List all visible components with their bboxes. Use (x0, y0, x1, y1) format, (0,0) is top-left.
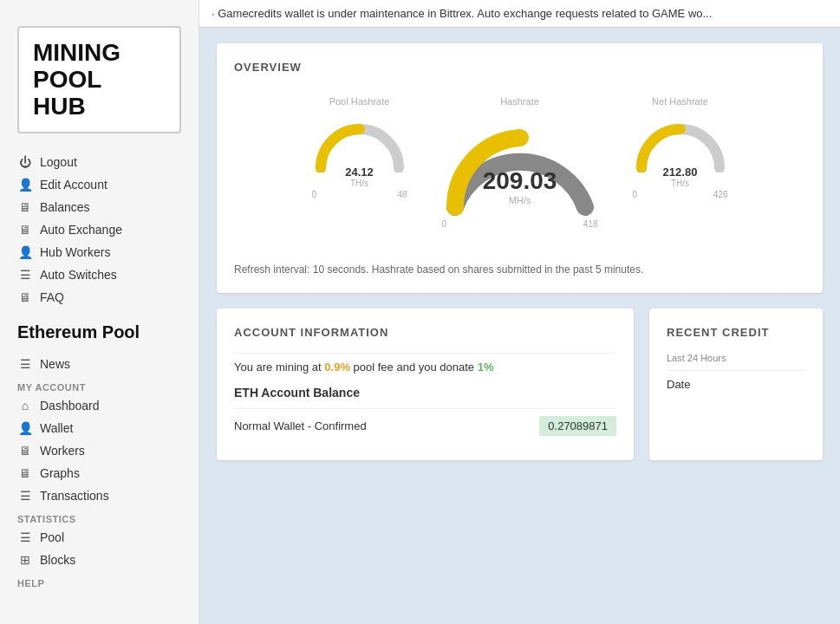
gauges-row: Pool Hashrate 24.12 TH/s (234, 88, 805, 237)
sidebar-item-graphs[interactable]: 🖥 Graphs (9, 462, 199, 484)
sidebar-item-logout[interactable]: ⏻ Logout (9, 151, 199, 173)
statistics-section-label: STATISTICS (0, 507, 199, 526)
workers-icon: 🖥 (17, 444, 33, 458)
sidebar-item-hub-workers[interactable]: 👤 Hub Workers (9, 241, 199, 263)
my-account-section-label: MY ACCOUNT (0, 375, 199, 394)
sidebar-item-wallet[interactable]: 👤 Wallet (9, 417, 199, 439)
net-hashrate-gauge: Net Hashrate 212.80 TH/s 0 426 (633, 96, 728, 199)
main-hashrate-minmax: 0 418 (442, 219, 598, 229)
sidebar-item-edit-account[interactable]: 👤 Edit Account (9, 173, 199, 196)
power-icon: ⏻ (17, 155, 33, 169)
sidebar-item-blocks[interactable]: ⊞ Blocks (9, 549, 199, 571)
bottom-row: ACCOUNT INFORMATION You are mining at 0.… (217, 309, 823, 460)
main-hashrate-wrapper: 209.03 MH/s 0 418 (442, 112, 598, 229)
sidebar-item-balances[interactable]: 🖥 Balances (9, 196, 199, 218)
ticker-text: · Gamecredits wallet is under maintenanc… (212, 7, 712, 20)
sidebar-item-workers[interactable]: 🖥 Workers (9, 439, 199, 462)
help-section-label: HELP (0, 571, 199, 590)
screen2-icon: 🖥 (17, 223, 33, 237)
divider1 (234, 353, 616, 354)
pool-hashrate-value: 24.12 (312, 166, 407, 179)
account-info-title: ACCOUNT INFORMATION (234, 326, 616, 339)
net-hashrate-label: Net Hashrate (652, 96, 708, 107)
eth-balance-title: ETH Account Balance (234, 386, 616, 400)
my-account-nav: ⌂ Dashboard 👤 Wallet 🖥 Workers 🖥 Graphs … (0, 394, 199, 507)
normal-wallet-row: Normal Wallet - Confirmed 0.27089871 (234, 408, 616, 443)
sidebar-item-pool[interactable]: ☰ Pool (9, 526, 199, 549)
main-hashrate-big-value: 209.03 MH/s (483, 166, 557, 205)
overview-card: OVERVIEW Pool Hashrate 24.12 (217, 43, 823, 293)
pool-hashrate-gauge: Pool Hashrate 24.12 TH/s (312, 96, 407, 199)
news-icon: ☰ (17, 357, 33, 371)
global-nav: ⏻ Logout 👤 Edit Account 🖥 Balances 🖥 Aut… (0, 151, 199, 309)
sidebar: MINING POOL HUB ⏻ Logout 👤 Edit Account … (0, 0, 199, 624)
normal-wallet-label: Normal Wallet - Confirmed (234, 419, 367, 432)
pool-hashrate-minmax: 0 48 (312, 190, 407, 199)
mining-info-row: You are mining at 0.9% pool fee and you … (234, 361, 616, 374)
sidebar-item-news[interactable]: ☰ News (9, 353, 199, 375)
net-hashrate-value: 212.80 (633, 166, 728, 179)
home-icon: ⌂ (17, 399, 33, 413)
pool-top-nav: ☰ News (0, 353, 199, 375)
pool-section: Ethereum Pool (0, 309, 199, 353)
transactions-icon: ☰ (17, 489, 33, 503)
graphs-icon: 🖥 (17, 466, 33, 480)
net-hashrate-minmax: 0 426 (633, 190, 728, 199)
main-content: · Gamecredits wallet is under maintenanc… (199, 0, 840, 624)
date-col-label: Date (667, 378, 805, 391)
net-hashrate-svg (633, 112, 728, 172)
divider2 (667, 370, 805, 371)
refresh-note: Refresh interval: 10 seconds. Hashrate b… (234, 263, 805, 276)
recent-credits-title: RECENT CREDIT (667, 326, 805, 339)
last24-label: Last 24 Hours (667, 353, 805, 363)
main-hashrate-label: Hashrate (500, 96, 539, 107)
account-info-card: ACCOUNT INFORMATION You are mining at 0.… (217, 309, 634, 460)
sidebar-item-transactions[interactable]: ☰ Transactions (9, 484, 199, 507)
statistics-nav: ☰ Pool ⊞ Blocks (0, 526, 199, 571)
user-icon: 👤 (17, 178, 33, 192)
pool-hashrate-svg (312, 112, 407, 172)
logo-text: MINING POOL HUB (33, 40, 166, 120)
pool-hashrate-unit: TH/s (312, 179, 407, 188)
net-hashrate-wrapper: 212.80 TH/s 0 426 (633, 112, 728, 199)
overview-title: OVERVIEW (234, 61, 805, 74)
pool-hashrate-label: Pool Hashrate (329, 96, 390, 107)
screen3-icon: 🖥 (17, 290, 33, 304)
recent-credits-card: RECENT CREDIT Last 24 Hours Date (649, 309, 823, 460)
pool-hashrate-wrapper: 24.12 TH/s 0 48 (312, 112, 407, 199)
sidebar-item-auto-switches[interactable]: ☰ Auto Switches (9, 263, 199, 286)
donate-pct: 1% (478, 361, 494, 374)
mining-fee: 0.9% (324, 361, 350, 374)
screen-icon: 🖥 (17, 200, 33, 214)
ticker-bar: · Gamecredits wallet is under maintenanc… (199, 0, 840, 28)
sidebar-item-faq[interactable]: 🖥 FAQ (9, 286, 199, 309)
user2-icon: 👤 (17, 245, 33, 259)
net-hashrate-unit: TH/s (633, 179, 728, 188)
sidebar-item-dashboard[interactable]: ⌂ Dashboard (9, 394, 199, 417)
pool-title: Ethereum Pool (17, 322, 181, 342)
list-icon: ☰ (17, 268, 33, 282)
logo: MINING POOL HUB (17, 26, 181, 133)
content-area: OVERVIEW Pool Hashrate 24.12 (199, 28, 840, 476)
sidebar-item-auto-exchange[interactable]: 🖥 Auto Exchange (9, 218, 199, 241)
normal-wallet-value: 0.27089871 (539, 416, 616, 436)
wallet-icon: 👤 (17, 421, 33, 435)
pool-icon: ☰ (17, 530, 33, 544)
blocks-icon: ⊞ (17, 553, 33, 567)
main-hashrate-gauge: Hashrate 209.03 MH/s 0 (442, 96, 598, 229)
